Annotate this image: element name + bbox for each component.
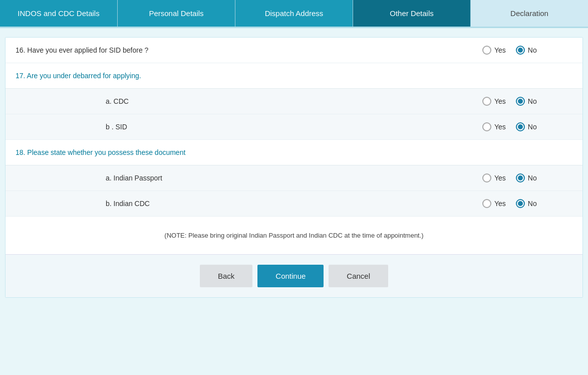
question-18a-no-option[interactable]: No — [516, 173, 537, 182]
question-18a-yes-option[interactable]: Yes — [482, 173, 506, 182]
button-area: Back Continue Cancel — [6, 254, 582, 297]
question-18b-no-radio[interactable] — [516, 199, 525, 208]
question-18b-no-option[interactable]: No — [516, 199, 537, 208]
tab-dispatch[interactable]: Dispatch Address — [235, 0, 353, 27]
question-18b-no-label: No — [528, 200, 537, 208]
question-17-header: 17. Are you under debarred for applying. — [6, 63, 582, 89]
question-18b-yes-radio[interactable] — [482, 199, 491, 208]
question-18b-yes-option[interactable]: Yes — [482, 199, 506, 208]
tab-indos[interactable]: INDOS and CDC Details — [0, 0, 118, 27]
question-17b-no-radio[interactable] — [516, 122, 525, 131]
question-18a-row: a. Indian Passport Yes No — [6, 165, 582, 191]
question-18a-text: a. Indian Passport — [106, 174, 482, 182]
question-17b-row: b . SID Yes No — [6, 114, 582, 140]
question-17b-radio-group: Yes No — [482, 122, 572, 131]
main-content: 16. Have you ever applied for SID before… — [5, 37, 583, 298]
tab-other-label: Other Details — [390, 9, 434, 18]
back-button[interactable]: Back — [200, 265, 252, 287]
question-17b-no-option[interactable]: No — [516, 122, 537, 131]
question-17a-no-option[interactable]: No — [516, 97, 537, 106]
question-18a-radio-group: Yes No — [482, 173, 572, 182]
question-18a-no-label: No — [528, 174, 537, 182]
question-17-text: 17. Are you under debarred for applying. — [16, 72, 141, 80]
question-16-no-label: No — [528, 46, 537, 54]
question-17a-no-radio[interactable] — [516, 97, 525, 106]
tab-indos-label: INDOS and CDC Details — [18, 9, 99, 18]
question-17a-yes-option[interactable]: Yes — [482, 97, 506, 106]
question-16-text: 16. Have you ever applied for SID before… — [16, 46, 482, 54]
question-16-row: 16. Have you ever applied for SID before… — [6, 38, 582, 63]
question-18b-row: b. Indian CDC Yes No — [6, 191, 582, 217]
question-18-header: 18. Please state whether you possess the… — [6, 140, 582, 165]
note-text: (NOTE: Please bring original Indian Pass… — [154, 225, 433, 246]
question-18b-text: b. Indian CDC — [106, 200, 482, 208]
tab-declaration-label: Declaration — [510, 9, 548, 18]
question-17a-radio-group: Yes No — [482, 97, 572, 106]
tab-dispatch-label: Dispatch Address — [265, 9, 324, 18]
question-18a-yes-radio[interactable] — [482, 173, 491, 182]
question-17b-yes-label: Yes — [494, 123, 506, 131]
note-row: (NOTE: Please bring original Indian Pass… — [6, 217, 582, 254]
tab-personal[interactable]: Personal Details — [118, 0, 235, 27]
tab-personal-label: Personal Details — [149, 9, 203, 18]
question-17b-yes-option[interactable]: Yes — [482, 122, 506, 131]
question-17a-text: a. CDC — [106, 97, 482, 105]
question-16-no-radio[interactable] — [516, 46, 525, 55]
tab-declaration[interactable]: Declaration — [471, 0, 588, 27]
question-17a-yes-radio[interactable] — [482, 97, 491, 106]
question-18-text: 18. Please state whether you possess the… — [16, 148, 185, 156]
continue-button[interactable]: Continue — [257, 265, 324, 287]
cancel-button[interactable]: Cancel — [329, 265, 388, 287]
question-16-yes-radio[interactable] — [482, 46, 491, 55]
question-18a-no-radio[interactable] — [516, 173, 525, 182]
question-17a-row: a. CDC Yes No — [6, 89, 582, 114]
question-16-yes-label: Yes — [494, 46, 506, 54]
question-17b-no-label: No — [528, 123, 537, 131]
question-16-radio-group: Yes No — [482, 46, 572, 55]
question-18b-yes-label: Yes — [494, 200, 506, 208]
question-18b-radio-group: Yes No — [482, 199, 572, 208]
tab-navigation: INDOS and CDC Details Personal Details D… — [0, 0, 588, 28]
question-17a-no-label: No — [528, 97, 537, 105]
question-16-no-option[interactable]: No — [516, 46, 537, 55]
question-17a-yes-label: Yes — [494, 97, 506, 105]
tab-other[interactable]: Other Details — [353, 0, 471, 27]
question-18a-yes-label: Yes — [494, 174, 506, 182]
question-16-yes-option[interactable]: Yes — [482, 46, 506, 55]
question-17b-text: b . SID — [106, 123, 482, 131]
question-17b-yes-radio[interactable] — [482, 122, 491, 131]
